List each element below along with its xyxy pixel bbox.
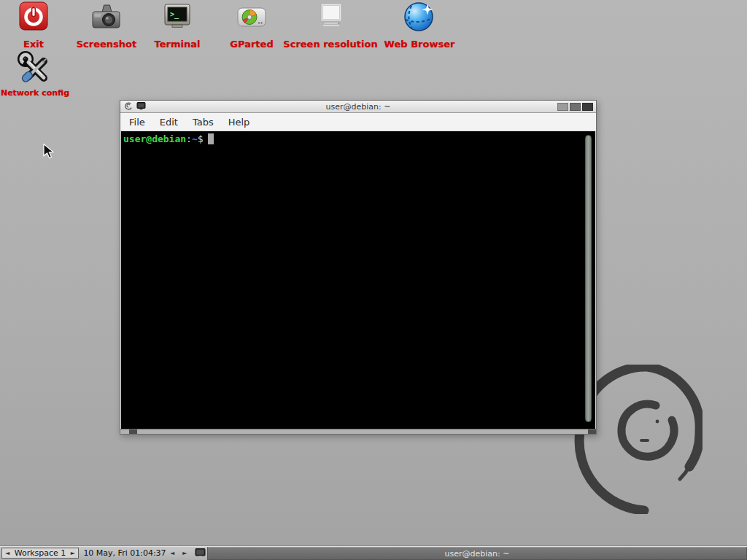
- terminal-cursor: [208, 133, 214, 144]
- icon-label: Web Browser: [384, 39, 455, 50]
- menu-file[interactable]: File: [122, 114, 152, 130]
- workspace-next-icon[interactable]: ►: [71, 551, 75, 556]
- window-menu-swirl-icon[interactable]: [124, 102, 132, 110]
- icon-label: Screenshot: [77, 39, 137, 50]
- icon-label: Network config: [1, 88, 69, 98]
- window-bottom-frame: [120, 429, 596, 434]
- window-terminal-icon: [136, 102, 146, 110]
- power-icon: [18, 1, 50, 35]
- icon-label: Screen resolution: [283, 39, 377, 50]
- workspace-prev-icon[interactable]: ◄: [5, 551, 9, 556]
- prompt-symbol: $: [198, 133, 204, 144]
- desktop-icon-terminal[interactable]: >_ Terminal: [147, 1, 207, 50]
- menu-edit[interactable]: Edit: [152, 114, 185, 130]
- window-shade-button[interactable]: [557, 103, 568, 111]
- display-icon: [314, 1, 347, 35]
- prompt-user-host: user@debian: [123, 133, 186, 144]
- desktop-icon-gparted[interactable]: GParted: [223, 1, 280, 50]
- mouse-cursor: [43, 144, 55, 160]
- tasklist-next-icon[interactable]: ►: [182, 551, 187, 556]
- prompt-separator: :: [186, 133, 192, 144]
- resize-grip-left[interactable]: [129, 429, 137, 434]
- tools-icon: [17, 50, 53, 86]
- window-maximize-button[interactable]: [570, 103, 581, 111]
- icon-label: GParted: [230, 39, 273, 50]
- desktop-icon-web-browser[interactable]: Web Browser: [378, 1, 461, 50]
- icon-label: Terminal: [155, 39, 201, 50]
- task-button-title: user@debian: ~: [445, 549, 510, 559]
- task-window-icon[interactable]: [195, 548, 206, 558]
- terminal-window: user@debian: ~ File Edit Tabs Help user@…: [120, 100, 597, 435]
- tasklist-prev-icon[interactable]: ◄: [170, 551, 174, 556]
- workspace-label: Workspace 1: [15, 548, 66, 558]
- svg-text:>_: >_: [170, 10, 179, 19]
- taskbar-clock: 10 May, Fri 01:04:37: [82, 548, 168, 559]
- desktop-icon-network-config[interactable]: Network config: [3, 50, 67, 98]
- resize-grip-right[interactable]: [588, 429, 596, 434]
- camera-icon: [90, 1, 123, 35]
- desktop-icon-screen-resolution[interactable]: Screen resolution: [282, 1, 379, 50]
- shell-prompt: user@debian : ~ $: [121, 131, 595, 144]
- workspace-switcher[interactable]: ◄ Workspace 1 ►: [1, 548, 79, 559]
- disk-partition-icon: [235, 1, 268, 35]
- crt-monitor-icon: >_: [161, 1, 193, 35]
- icon-label: Exit: [23, 39, 44, 50]
- menu-tabs[interactable]: Tabs: [185, 114, 221, 130]
- taskbar: ◄ Workspace 1 ► 10 May, Fri 01:04:37 ◄ ►…: [0, 545, 747, 560]
- desktop-icon-screenshot[interactable]: Screenshot: [71, 1, 142, 50]
- tasklist-pager: ◄ ►: [170, 548, 187, 559]
- globe-icon: [403, 1, 436, 35]
- terminal-scrollbar[interactable]: [585, 135, 592, 422]
- menu-help[interactable]: Help: [221, 114, 258, 130]
- desktop-icon-exit[interactable]: Exit: [7, 1, 60, 50]
- window-titlebar[interactable]: user@debian: ~: [120, 101, 596, 113]
- window-title: user@debian: ~: [120, 102, 596, 112]
- terminal-menubar: File Edit Tabs Help: [120, 113, 596, 131]
- prompt-path: ~: [192, 133, 198, 144]
- window-close-button[interactable]: [582, 103, 593, 111]
- taskbar-task-button[interactable]: user@debian: ~: [207, 547, 747, 560]
- terminal-screen[interactable]: user@debian : ~ $: [121, 131, 595, 429]
